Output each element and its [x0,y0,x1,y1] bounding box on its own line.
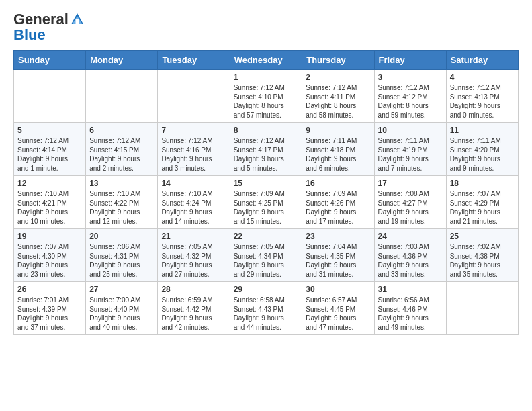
day-cell: 10Sunrise: 7:11 AM Sunset: 4:19 PM Dayli… [374,123,446,176]
day-cell: 26Sunrise: 7:01 AM Sunset: 4:39 PM Dayli… [14,282,86,335]
day-number: 16 [306,179,370,188]
day-info: Sunrise: 7:03 AM Sunset: 4:36 PM Dayligh… [378,242,443,279]
weekday-header-sunday: Sunday [14,51,86,70]
day-cell: 20Sunrise: 7:06 AM Sunset: 4:31 PM Dayli… [86,229,158,282]
day-info: Sunrise: 7:07 AM Sunset: 4:30 PM Dayligh… [17,242,82,279]
day-cell: 29Sunrise: 6:58 AM Sunset: 4:43 PM Dayli… [230,282,302,335]
day-info: Sunrise: 6:59 AM Sunset: 4:42 PM Dayligh… [161,295,226,332]
day-info: Sunrise: 7:12 AM Sunset: 4:14 PM Dayligh… [17,136,82,173]
day-info: Sunrise: 7:12 AM Sunset: 4:15 PM Dayligh… [89,136,154,173]
day-cell: 18Sunrise: 7:07 AM Sunset: 4:29 PM Dayli… [446,176,518,229]
logo-blue-text: Blue [13,26,46,44]
day-cell: 1Sunrise: 7:12 AM Sunset: 4:10 PM Daylig… [230,70,302,123]
day-info: Sunrise: 7:10 AM Sunset: 4:22 PM Dayligh… [89,189,154,226]
day-cell [158,70,230,123]
day-cell: 15Sunrise: 7:09 AM Sunset: 4:25 PM Dayli… [230,176,302,229]
day-cell: 7Sunrise: 7:12 AM Sunset: 4:16 PM Daylig… [158,123,230,176]
day-info: Sunrise: 7:09 AM Sunset: 4:26 PM Dayligh… [306,189,370,226]
day-cell: 8Sunrise: 7:12 AM Sunset: 4:17 PM Daylig… [230,123,302,176]
logo-icon [70,12,85,27]
day-number: 4 [450,73,515,82]
day-number: 5 [17,126,82,135]
day-cell: 13Sunrise: 7:10 AM Sunset: 4:22 PM Dayli… [86,176,158,229]
day-number: 25 [450,232,515,241]
day-info: Sunrise: 7:12 AM Sunset: 4:16 PM Dayligh… [161,136,226,173]
day-number: 12 [17,179,82,188]
day-info: Sunrise: 7:12 AM Sunset: 4:13 PM Dayligh… [450,83,515,120]
day-info: Sunrise: 7:02 AM Sunset: 4:38 PM Dayligh… [450,242,515,279]
day-info: Sunrise: 6:58 AM Sunset: 4:43 PM Dayligh… [234,295,299,332]
weekday-header-monday: Monday [86,51,158,70]
day-cell: 28Sunrise: 6:59 AM Sunset: 4:42 PM Dayli… [158,282,230,335]
day-info: Sunrise: 7:04 AM Sunset: 4:35 PM Dayligh… [306,242,370,279]
day-number: 27 [89,285,154,294]
day-info: Sunrise: 7:12 AM Sunset: 4:11 PM Dayligh… [306,83,370,120]
day-cell: 3Sunrise: 7:12 AM Sunset: 4:12 PM Daylig… [374,70,446,123]
day-cell: 11Sunrise: 7:11 AM Sunset: 4:20 PM Dayli… [446,123,518,176]
day-cell [446,282,518,335]
day-cell: 5Sunrise: 7:12 AM Sunset: 4:14 PM Daylig… [14,123,86,176]
day-info: Sunrise: 7:10 AM Sunset: 4:24 PM Dayligh… [161,189,226,226]
day-info: Sunrise: 7:06 AM Sunset: 4:31 PM Dayligh… [89,242,154,279]
day-number: 17 [378,179,443,188]
header: General Blue [13,11,519,44]
day-number: 11 [450,126,515,135]
day-number: 30 [306,285,370,294]
day-number: 23 [306,232,370,241]
day-info: Sunrise: 7:12 AM Sunset: 4:12 PM Dayligh… [378,83,443,120]
day-number: 20 [89,232,154,241]
day-number: 14 [161,179,226,188]
day-info: Sunrise: 7:05 AM Sunset: 4:34 PM Dayligh… [234,242,299,279]
day-cell: 30Sunrise: 6:57 AM Sunset: 4:45 PM Dayli… [302,282,374,335]
week-row-2: 5Sunrise: 7:12 AM Sunset: 4:14 PM Daylig… [14,123,519,176]
weekday-header-saturday: Saturday [446,51,518,70]
day-number: 1 [234,73,299,82]
weekday-header-row: SundayMondayTuesdayWednesdayThursdayFrid… [14,51,519,70]
day-number: 13 [89,179,154,188]
day-number: 22 [234,232,299,241]
day-number: 10 [378,126,443,135]
day-cell: 22Sunrise: 7:05 AM Sunset: 4:34 PM Dayli… [230,229,302,282]
day-cell: 9Sunrise: 7:11 AM Sunset: 4:18 PM Daylig… [302,123,374,176]
logo: General Blue [13,11,85,44]
day-number: 7 [161,126,226,135]
day-number: 31 [378,285,443,294]
day-cell: 19Sunrise: 7:07 AM Sunset: 4:30 PM Dayli… [14,229,86,282]
day-number: 3 [378,73,443,82]
day-cell: 21Sunrise: 7:05 AM Sunset: 4:32 PM Dayli… [158,229,230,282]
day-info: Sunrise: 7:01 AM Sunset: 4:39 PM Dayligh… [17,295,82,332]
week-row-5: 26Sunrise: 7:01 AM Sunset: 4:39 PM Dayli… [14,282,519,335]
day-number: 8 [234,126,299,135]
day-cell: 6Sunrise: 7:12 AM Sunset: 4:15 PM Daylig… [86,123,158,176]
weekday-header-thursday: Thursday [302,51,374,70]
day-number: 28 [161,285,226,294]
day-cell: 4Sunrise: 7:12 AM Sunset: 4:13 PM Daylig… [446,70,518,123]
weekday-header-tuesday: Tuesday [158,51,230,70]
day-cell: 17Sunrise: 7:08 AM Sunset: 4:27 PM Dayli… [374,176,446,229]
day-cell: 23Sunrise: 7:04 AM Sunset: 4:35 PM Dayli… [302,229,374,282]
day-cell: 27Sunrise: 7:00 AM Sunset: 4:40 PM Dayli… [86,282,158,335]
day-info: Sunrise: 7:12 AM Sunset: 4:17 PM Dayligh… [234,136,299,173]
day-info: Sunrise: 7:10 AM Sunset: 4:21 PM Dayligh… [17,189,82,226]
day-info: Sunrise: 6:57 AM Sunset: 4:45 PM Dayligh… [306,295,370,332]
week-row-4: 19Sunrise: 7:07 AM Sunset: 4:30 PM Dayli… [14,229,519,282]
day-cell: 31Sunrise: 6:56 AM Sunset: 4:46 PM Dayli… [374,282,446,335]
day-number: 15 [234,179,299,188]
svg-rect-0 [75,19,79,24]
day-number: 9 [306,126,370,135]
day-cell: 16Sunrise: 7:09 AM Sunset: 4:26 PM Dayli… [302,176,374,229]
day-number: 2 [306,73,370,82]
week-row-1: 1Sunrise: 7:12 AM Sunset: 4:10 PM Daylig… [14,70,519,123]
day-cell [14,70,86,123]
day-cell: 14Sunrise: 7:10 AM Sunset: 4:24 PM Dayli… [158,176,230,229]
day-cell: 24Sunrise: 7:03 AM Sunset: 4:36 PM Dayli… [374,229,446,282]
day-cell: 2Sunrise: 7:12 AM Sunset: 4:11 PM Daylig… [302,70,374,123]
day-number: 24 [378,232,443,241]
weekday-header-wednesday: Wednesday [230,51,302,70]
day-info: Sunrise: 7:05 AM Sunset: 4:32 PM Dayligh… [161,242,226,279]
day-info: Sunrise: 7:09 AM Sunset: 4:25 PM Dayligh… [234,189,299,226]
day-info: Sunrise: 7:08 AM Sunset: 4:27 PM Dayligh… [378,189,443,226]
day-info: Sunrise: 7:11 AM Sunset: 4:20 PM Dayligh… [450,136,515,173]
day-info: Sunrise: 7:12 AM Sunset: 4:10 PM Dayligh… [234,83,299,120]
day-info: Sunrise: 7:11 AM Sunset: 4:18 PM Dayligh… [306,136,370,173]
